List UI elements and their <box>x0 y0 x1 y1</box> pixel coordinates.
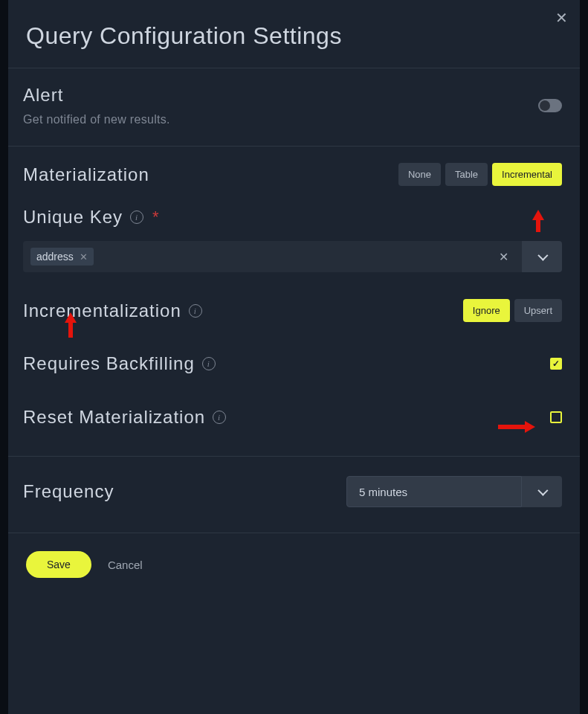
query-config-modal: ✕ Query Configuration Settings Alert Get… <box>8 0 580 714</box>
requires-backfilling-label: Requires Backfilling <box>23 353 195 374</box>
incrementalization-label: Incrementalization <box>23 300 181 321</box>
unique-key-input[interactable]: address ✕ ✕ <box>23 241 522 272</box>
unique-key-heading: Unique Key i * <box>23 207 562 228</box>
materialization-options: None Table Incremental <box>398 163 562 186</box>
chevron-down-icon <box>537 251 548 261</box>
frequency-select[interactable]: 5 minutes <box>346 476 562 507</box>
close-button[interactable]: ✕ <box>552 6 571 30</box>
alert-description: Get notified of new results. <box>23 113 170 126</box>
info-icon[interactable]: i <box>189 304 202 318</box>
incrementalization-section: Incrementalization i Ignore Upsert <box>8 292 580 341</box>
incrementalization-ignore-button[interactable]: Ignore <box>463 299 510 322</box>
reset-materialization-section: Reset Materialization i <box>8 402 580 456</box>
toggle-knob <box>540 100 550 111</box>
requires-backfilling-section: Requires Backfilling i ✓ <box>8 341 580 402</box>
info-icon[interactable]: i <box>202 357 216 370</box>
materialization-heading: Materialization <box>23 164 149 185</box>
close-icon: ✕ <box>555 10 568 26</box>
materialization-section: Materialization None Table Incremental <box>8 147 580 193</box>
frequency-value: 5 minutes <box>346 476 522 507</box>
incrementalization-heading: Incrementalization i <box>23 300 202 321</box>
modal-title: Query Configuration Settings <box>8 0 580 68</box>
required-asterisk: * <box>152 208 160 227</box>
modal-footer: Save Cancel <box>8 533 580 596</box>
info-icon[interactable]: i <box>130 210 143 224</box>
frequency-dropdown-button[interactable] <box>522 476 562 507</box>
unique-key-dropdown-button[interactable] <box>522 241 562 272</box>
info-icon[interactable]: i <box>213 411 226 424</box>
unique-key-label: Unique Key <box>23 207 123 228</box>
tag-remove-icon[interactable]: ✕ <box>80 251 88 263</box>
requires-backfilling-heading: Requires Backfilling i <box>23 353 216 374</box>
unique-key-tag: address ✕ <box>30 248 94 266</box>
close-icon: ✕ <box>499 251 508 263</box>
materialization-table-button[interactable]: Table <box>445 163 488 186</box>
frequency-heading: Frequency <box>23 481 114 502</box>
frequency-section: Frequency 5 minutes <box>8 457 580 533</box>
materialization-incremental-button[interactable]: Incremental <box>492 163 562 186</box>
materialization-none-button[interactable]: None <box>398 163 441 186</box>
alert-toggle[interactable] <box>538 99 562 112</box>
tag-label: address <box>36 251 74 263</box>
checkmark-icon: ✓ <box>552 358 560 369</box>
reset-materialization-label: Reset Materialization <box>23 407 205 428</box>
clear-all-button[interactable]: ✕ <box>493 250 514 264</box>
unique-key-section: Unique Key i * address ✕ ✕ <box>8 193 580 292</box>
reset-materialization-checkbox[interactable] <box>550 411 562 423</box>
cancel-button[interactable]: Cancel <box>108 559 143 571</box>
save-button[interactable]: Save <box>26 551 91 578</box>
alert-section: Alert Get notified of new results. <box>8 68 580 146</box>
alert-heading: Alert <box>23 85 170 106</box>
chevron-down-icon <box>537 486 548 496</box>
incrementalization-upsert-button[interactable]: Upsert <box>514 299 562 322</box>
incrementalization-options: Ignore Upsert <box>463 299 562 322</box>
requires-backfilling-checkbox[interactable]: ✓ <box>550 358 562 370</box>
reset-materialization-heading: Reset Materialization i <box>23 407 226 428</box>
